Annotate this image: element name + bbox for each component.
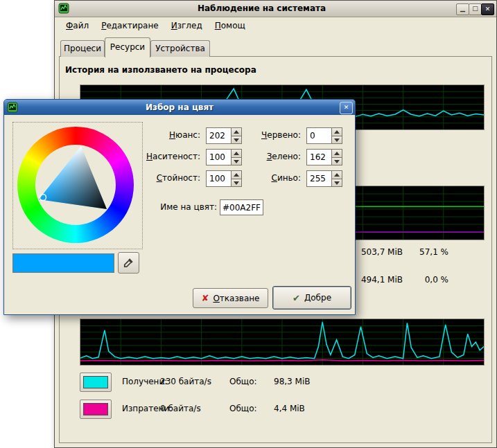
- received-total-label: Общо:: [229, 377, 257, 386]
- network-history-chart: [80, 319, 484, 365]
- saturation-input[interactable]: [207, 150, 231, 165]
- dialog-titlebar[interactable]: Избор на цвят ✕: [4, 100, 355, 115]
- menu-edit[interactable]: Редактиране: [95, 17, 165, 33]
- menu-view[interactable]: Изглед: [165, 17, 209, 33]
- sent-rate: 0 байта/s: [160, 404, 201, 413]
- green-input[interactable]: [307, 150, 331, 165]
- cancel-button-label: Отказване: [213, 294, 259, 303]
- sent-color-swatch: [83, 403, 108, 415]
- network-history-graph: [80, 319, 485, 366]
- close-icon: ✕: [485, 6, 491, 12]
- main-titlebar[interactable]: Наблюдение на системата ▁ □ ✕: [55, 1, 496, 17]
- spin-down-button[interactable]: [231, 136, 241, 144]
- cancel-icon: ✘: [202, 293, 209, 303]
- sent-total-label: Общо:: [229, 404, 257, 413]
- close-button[interactable]: ✕: [481, 3, 494, 15]
- tab-processes[interactable]: Процеси: [60, 40, 105, 57]
- eyedropper-icon: [123, 257, 134, 269]
- hue-input[interactable]: [207, 128, 231, 143]
- maximize-icon: □: [472, 5, 478, 12]
- eyedropper-button[interactable]: [118, 252, 139, 274]
- dialog-close-icon: ✕: [344, 104, 349, 111]
- minimize-button[interactable]: ▁: [456, 3, 469, 15]
- green-spinbox: [306, 149, 342, 165]
- spin-up-button[interactable]: [231, 150, 241, 157]
- tab-resources[interactable]: Ресурси: [105, 37, 150, 57]
- sent-color-button[interactable]: [80, 400, 112, 419]
- received-color-swatch: [83, 376, 108, 388]
- dialog-title: Избор на цвят: [21, 100, 338, 115]
- blue-spinbox: [306, 170, 342, 187]
- hue-spinbox: [206, 127, 242, 144]
- hue-label: Нюанс:: [122, 130, 200, 140]
- value-label: Стойност:: [122, 173, 200, 183]
- dialog-icon: [7, 102, 18, 113]
- red-input[interactable]: [307, 128, 331, 143]
- value-spinbox: [206, 170, 242, 187]
- ok-button-label: Добре: [304, 293, 331, 303]
- spin-down-button[interactable]: [231, 157, 241, 165]
- spin-up-button[interactable]: [231, 128, 241, 136]
- swap-usage-percent: 0,0 %: [401, 275, 448, 285]
- spin-down-button[interactable]: [331, 179, 342, 187]
- red-label: Червено:: [248, 130, 301, 140]
- color-preview: [12, 253, 114, 273]
- hue-ring[interactable]: [17, 127, 134, 243]
- spin-up-button[interactable]: [331, 128, 342, 136]
- received-color-button[interactable]: [80, 373, 112, 392]
- spin-up-button[interactable]: [331, 171, 342, 179]
- color-name-input[interactable]: [220, 199, 263, 215]
- hsv-triangle[interactable]: [34, 143, 117, 226]
- green-label: Зелено:: [248, 152, 301, 161]
- ok-icon: ✔: [293, 293, 300, 303]
- desktop: Наблюдение на системата ▁ □ ✕ ФайлРедакт…: [0, 0, 497, 448]
- saturation-spinbox: [206, 149, 242, 165]
- spin-down-button[interactable]: [331, 157, 342, 165]
- system-monitor-icon: [58, 3, 69, 14]
- memory-usage-percent: 57,1 %: [401, 247, 448, 257]
- sent-total: 4,4 MiB: [274, 404, 305, 413]
- blue-label: Синьо:: [248, 173, 301, 183]
- spin-up-button[interactable]: [331, 150, 342, 157]
- cancel-button[interactable]: ✘ Отказване: [193, 288, 268, 308]
- menu-help[interactable]: Помощ: [209, 17, 252, 33]
- ok-button[interactable]: ✔ Добре: [272, 286, 351, 310]
- menu-file[interactable]: Файл: [60, 17, 95, 33]
- received-total: 98,3 MiB: [274, 377, 310, 386]
- color-picker-dialog: Избор на цвят ✕: [3, 99, 356, 315]
- red-spinbox: [306, 127, 342, 144]
- spin-down-button[interactable]: [331, 136, 342, 144]
- saturation-label: Наситеност:: [122, 152, 200, 161]
- spin-down-button[interactable]: [231, 179, 241, 187]
- dialog-close-button[interactable]: ✕: [340, 102, 353, 114]
- value-input[interactable]: [207, 171, 231, 186]
- main-window-title: Наблюдение на системата: [76, 1, 448, 17]
- received-rate: 230 байта/s: [160, 377, 211, 386]
- blue-input[interactable]: [307, 171, 331, 186]
- maximize-button[interactable]: □: [469, 3, 482, 15]
- minimize-icon: ▁: [460, 5, 465, 12]
- cpu-section-title: История на използването на процесора: [65, 65, 256, 75]
- color-name-label: Име на цвят:: [139, 202, 217, 212]
- menubar: ФайлРедактиранеИзгледПомощ: [55, 17, 496, 35]
- spin-up-button[interactable]: [231, 171, 241, 179]
- tab-devices[interactable]: Устройства: [150, 40, 210, 57]
